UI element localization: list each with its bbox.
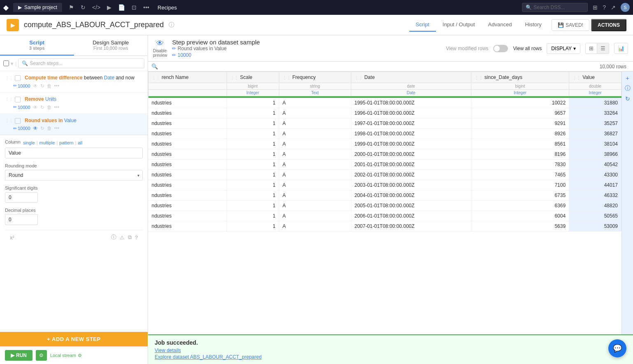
chart-view-button[interactable]: 📊 <box>614 43 628 54</box>
table-header-indicator <box>148 96 621 98</box>
nav-icon-code[interactable]: </> <box>90 3 102 12</box>
tab-advanced[interactable]: Advanced <box>482 18 519 32</box>
cell-frequency: A <box>279 149 351 159</box>
step-2-delete[interactable]: 🗑 <box>47 104 52 110</box>
explore-dataset-link[interactable]: Explore dataset ABS_LABOUR_ACCT_prepared <box>155 354 626 360</box>
chat-bubble[interactable]: 💬 <box>608 339 626 357</box>
preview-title-block: Step preview on dataset sample ✏ Round v… <box>172 39 260 58</box>
help-footer-icon[interactable]: ? <box>135 234 138 241</box>
toggle-modified-rows[interactable] <box>493 45 508 52</box>
step-2-header: ⋮⋮ Remove Units <box>5 96 143 103</box>
table-row: ndustries 1 A 2000-01-01T08:00:00.000Z 8… <box>148 149 621 159</box>
list-view-button[interactable]: ☰ <box>597 43 609 53</box>
cell-scale: 1 <box>227 98 279 108</box>
step-1-refresh[interactable]: ↻ <box>40 83 44 89</box>
step-detail-footer: x² ⓘ ⚠ ⧉ ? <box>5 230 143 244</box>
right-panel-icon-3[interactable]: ↻ <box>625 95 630 102</box>
cell-date: 2007-01-01T08:00:00.000Z <box>351 221 471 231</box>
step-3-view[interactable]: 👁 <box>33 125 38 131</box>
step-1-delete[interactable]: 🗑 <box>47 83 52 89</box>
cell-frequency: A <box>279 200 351 211</box>
data-table-container[interactable]: ⋮⋮rench Name ⋮⋮Scale ⋮⋮Frequency ⋮⋮Date … <box>148 72 621 334</box>
step-2-checkbox[interactable] <box>15 97 21 102</box>
top-nav: ◆ ▶ Sample project ⚑ ↻ </> ▶ 📄 ⊡ ••• Rec… <box>0 0 633 15</box>
nav-icon-cycle[interactable]: ↻ <box>79 3 87 12</box>
step-1-checkbox[interactable] <box>15 75 21 81</box>
cell-value: 48820 <box>569 200 621 211</box>
step-3-more[interactable]: ••• <box>54 125 60 131</box>
significant-digits-input[interactable] <box>5 192 38 203</box>
saved-button[interactable]: 💾 SAVED! <box>552 19 589 31</box>
nav-icon-more[interactable]: ••• <box>141 3 151 12</box>
step-3-refresh[interactable]: ↻ <box>40 125 44 131</box>
dropdown-arrow[interactable]: ▾ <box>11 60 14 67</box>
column-input[interactable] <box>5 148 143 158</box>
help-icon[interactable]: ? <box>603 4 606 11</box>
cell-date: 2000-01-01T08:00:00.000Z <box>351 149 471 159</box>
run-icon: ▶ <box>11 352 14 358</box>
tab-script[interactable]: Script <box>409 18 436 32</box>
table-and-right-panel: ⋮⋮rench Name ⋮⋮Scale ⋮⋮Frequency ⋮⋮Date … <box>148 72 633 334</box>
step-1-link[interactable]: ✏ 10000 <box>13 83 30 88</box>
step-3-delete[interactable]: 🗑 <box>47 125 52 131</box>
select-all-checkbox[interactable] <box>3 60 9 66</box>
nav-icon-flag[interactable]: ⚑ <box>67 3 76 12</box>
nav-icon-doc[interactable]: 📄 <box>116 3 127 12</box>
run-settings-button[interactable]: ⚙ <box>36 350 47 361</box>
step-item-3[interactable]: ⋮⋮ Round values in Value ✏ 10000 👁 ↻ 🗑 <box>0 114 148 135</box>
right-panel: + ⓘ ↻ <box>621 72 633 334</box>
info-footer-icon[interactable]: ⓘ <box>111 234 116 241</box>
right-panel-icon-2[interactable]: ⓘ <box>625 85 631 92</box>
step-3-link[interactable]: ✏ 10000 <box>13 126 30 131</box>
nav-icon-screen[interactable]: ⊡ <box>130 3 138 12</box>
recipe-info-icon[interactable]: ⓘ <box>169 21 174 29</box>
decimal-places-input[interactable] <box>5 214 38 225</box>
user-avatar[interactable]: S <box>621 3 630 12</box>
tab-input-output[interactable]: Input / Output <box>436 18 482 32</box>
view-details-link[interactable]: View details <box>155 348 626 353</box>
trend-icon[interactable]: ↗ <box>611 4 616 11</box>
top-right-icons: 🔍 Search DSS... ⊞ ? ↗ S <box>522 3 630 12</box>
global-search[interactable]: 🔍 Search DSS... <box>522 3 588 12</box>
copy-footer-icon[interactable]: ⧉ <box>128 234 132 241</box>
cell-value: 31880 <box>569 98 621 108</box>
step-2-link[interactable]: ✏ 10000 <box>13 104 30 110</box>
cell-scale: 1 <box>227 149 279 159</box>
step-item-2[interactable]: ⋮⋮ Remove Units ✏ 10000 👁 ↻ 🗑 ••• <box>0 93 148 114</box>
add-step-button[interactable]: + ADD A NEW STEP <box>0 332 148 346</box>
opt-all[interactable]: all <box>78 140 82 145</box>
table-search-icon: 🔍 <box>151 63 158 70</box>
step-3-checkbox[interactable] <box>15 118 21 124</box>
tab-history[interactable]: History <box>518 18 548 32</box>
step-2-view[interactable]: 👁 <box>33 104 38 110</box>
opt-pattern[interactable]: pattern <box>59 140 73 145</box>
opt-single[interactable]: single <box>23 140 35 145</box>
preview-link[interactable]: ✏ 10000 <box>172 52 260 58</box>
nav-icon-play[interactable]: ▶ <box>105 3 113 12</box>
grid-view-button[interactable]: ⊞ <box>586 43 597 53</box>
step-2-title: Remove Units <box>25 96 56 103</box>
step-2-refresh[interactable]: ↻ <box>40 104 44 110</box>
table-row: ndustries 1 A 1995-01-01T08:00:00.000Z 1… <box>148 98 621 108</box>
cell-scale: 1 <box>227 139 279 149</box>
actions-button[interactable]: ACTIONS <box>591 19 626 31</box>
display-button[interactable]: DISPLAY ▾ <box>547 43 580 54</box>
step-2-more[interactable]: ••• <box>54 104 60 110</box>
steps-search[interactable]: 🔍 Search steps... <box>18 58 144 68</box>
grid-icon[interactable]: ⊞ <box>593 4 598 11</box>
step-1-view[interactable]: 👁 <box>33 83 38 89</box>
rounding-mode-select[interactable]: Round Floor Ceil <box>5 170 143 181</box>
sem-scale: Integer <box>227 90 279 96</box>
disable-preview-button[interactable]: 👁 Disablepreview <box>153 39 167 58</box>
project-tab[interactable]: ▶ Sample project <box>13 3 62 12</box>
warn-footer-icon[interactable]: ⚠ <box>120 234 125 241</box>
step-1-more[interactable]: ••• <box>54 83 60 89</box>
right-panel-icon-1[interactable]: + <box>626 75 629 81</box>
step-item-1[interactable]: ⋮⋮ Compute time difference between Date … <box>0 71 148 93</box>
sidebar-tab-script[interactable]: Script 3 steps <box>0 35 74 56</box>
sidebar-tab-design[interactable]: Design Sample First 10,000 rows <box>74 35 148 56</box>
cell-date: 2002-01-01T08:00:00.000Z <box>351 169 471 180</box>
cell-frequency: A <box>279 211 351 221</box>
run-button[interactable]: ▶ RUN <box>5 350 32 361</box>
opt-multiple[interactable]: multiple <box>39 140 55 145</box>
